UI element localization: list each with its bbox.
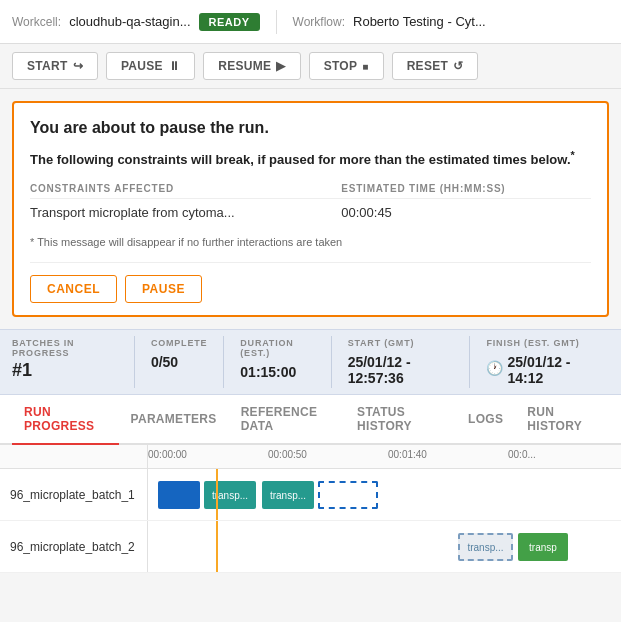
stop-button[interactable]: STOP ■ [309, 52, 384, 80]
status-label-4: FINISH (EST. GMT) [486, 338, 593, 348]
current-time-line [216, 469, 218, 520]
status-item-4: FINISH (EST. GMT) 🕐 25/01/12 - 14:12 [486, 336, 609, 388]
status-bar: BATCHES IN PROGRESS#1COMPLETE0/50DURATIO… [0, 329, 621, 395]
ready-badge: READY [199, 13, 260, 31]
clock-icon: 🕐 [486, 360, 503, 376]
time-marker-1: 00:00:50 [268, 449, 307, 460]
reset-button[interactable]: RESET ↺ [392, 52, 479, 80]
gantt-label-col-header [0, 445, 148, 468]
workcell-value: cloudhub-qa-stagin... [69, 14, 190, 29]
workflow-label: Workflow: [293, 15, 345, 29]
gantt-timeline-header: 00:00:0000:00:5000:01:4000:0... [148, 445, 621, 468]
status-label-2: DURATION (EST.) [240, 338, 314, 358]
gantt-bar-row1-0 [158, 481, 200, 509]
resume-label: RESUME [218, 59, 271, 73]
gantt-bar-row1-1: transp... [204, 481, 256, 509]
alert-divider [30, 262, 591, 263]
tab-logs[interactable]: LOGS [456, 402, 515, 438]
tabs-bar: RUN PROGRESSPARAMETERSREFERENCE DATASTAT… [0, 395, 621, 445]
col-constraints-header: CONSTRAINTS AFFECTED [30, 179, 341, 199]
time-marker-0: 00:00:00 [148, 449, 187, 460]
toolbar: START ↪ PAUSE ⏸ RESUME ▶ STOP ■ RESET ↺ [0, 44, 621, 89]
gantt-container: 00:00:0000:00:5000:01:4000:0... 96_micro… [0, 445, 621, 573]
status-item-2: DURATION (EST.)01:15:00 [240, 336, 331, 388]
resume-button[interactable]: RESUME ▶ [203, 52, 300, 80]
alert-subtitle: The following constraints will break, if… [30, 149, 591, 167]
gantt-bar-row2-0: transp... [458, 533, 513, 561]
col-time-header: ESTIMATED TIME (HH:MM:SS) [341, 179, 591, 199]
status-value-3: 25/01/12 - 12:57:36 [348, 354, 454, 386]
gantt-row-row1: 96_microplate_batch_1transp...transp... [0, 469, 621, 521]
start-button[interactable]: START ↪ [12, 52, 98, 80]
reset-label: RESET [407, 59, 449, 73]
status-value-2: 01:15:00 [240, 364, 314, 380]
pause-button[interactable]: PAUSE ⏸ [106, 52, 195, 80]
gantt-row-timeline-row1: transp...transp... [148, 469, 621, 520]
gantt-header: 00:00:0000:00:5000:01:4000:0... [0, 445, 621, 469]
gantt-bar-row2-1: transp [518, 533, 568, 561]
status-value-1: 0/50 [151, 354, 207, 370]
alert-buttons: CANCEL PAUSE [30, 275, 591, 303]
constraints-table: CONSTRAINTS AFFECTED ESTIMATED TIME (HH:… [30, 179, 591, 226]
status-item-1: COMPLETE0/50 [151, 336, 224, 388]
gantt-row-timeline-row2: transp...transp [148, 521, 621, 572]
pause-icon: ⏸ [168, 59, 180, 73]
tab-status-history[interactable]: STATUS HISTORY [345, 395, 456, 445]
reset-icon: ↺ [453, 59, 463, 73]
tab-reference-data[interactable]: REFERENCE DATA [229, 395, 345, 445]
header-divider [276, 10, 277, 34]
current-time-line [216, 521, 218, 572]
gantt-row-label-row2: 96_microplate_batch_2 [0, 521, 148, 572]
status-label-1: COMPLETE [151, 338, 207, 348]
gantt-bar-row1-3 [318, 481, 378, 509]
tab-parameters[interactable]: PARAMETERS [119, 402, 229, 438]
start-icon: ↪ [73, 59, 83, 73]
workcell-label: Workcell: [12, 15, 61, 29]
pause-confirm-button[interactable]: PAUSE [125, 275, 202, 303]
pause-label: PAUSE [121, 59, 163, 73]
stop-icon: ■ [362, 61, 368, 72]
time-marker-3: 00:0... [508, 449, 536, 460]
gantt-row-label-row1: 96_microplate_batch_1 [0, 469, 148, 520]
gantt-bar-row1-2: transp... [262, 481, 314, 509]
resume-icon: ▶ [276, 59, 285, 73]
status-value-0: #1 [12, 360, 118, 381]
constraint-row: Transport microplate from cytoma...00:00… [30, 199, 591, 227]
status-label-3: START (GMT) [348, 338, 454, 348]
alert-title: You are about to pause the run. [30, 119, 591, 137]
pause-alert-dialog: You are about to pause the run. The foll… [12, 101, 609, 317]
status-label-0: BATCHES IN PROGRESS [12, 338, 118, 358]
header-bar: Workcell: cloudhub-qa-stagin... READY Wo… [0, 0, 621, 44]
status-item-0: BATCHES IN PROGRESS#1 [12, 336, 135, 388]
tab-run-history[interactable]: RUN HISTORY [515, 395, 609, 445]
cancel-button[interactable]: CANCEL [30, 275, 117, 303]
status-item-3: START (GMT)25/01/12 - 12:57:36 [348, 336, 471, 388]
workflow-value: Roberto Testing - Cyt... [353, 14, 486, 29]
time-marker-2: 00:01:40 [388, 449, 427, 460]
gantt-row-row2: 96_microplate_batch_2transp...transp [0, 521, 621, 573]
tab-run-progress[interactable]: RUN PROGRESS [12, 395, 119, 445]
finish-value: 🕐 25/01/12 - 14:12 [486, 350, 593, 386]
stop-label: STOP [324, 59, 358, 73]
alert-footnote: * This message will disappear if no furt… [30, 236, 591, 248]
start-label: START [27, 59, 68, 73]
